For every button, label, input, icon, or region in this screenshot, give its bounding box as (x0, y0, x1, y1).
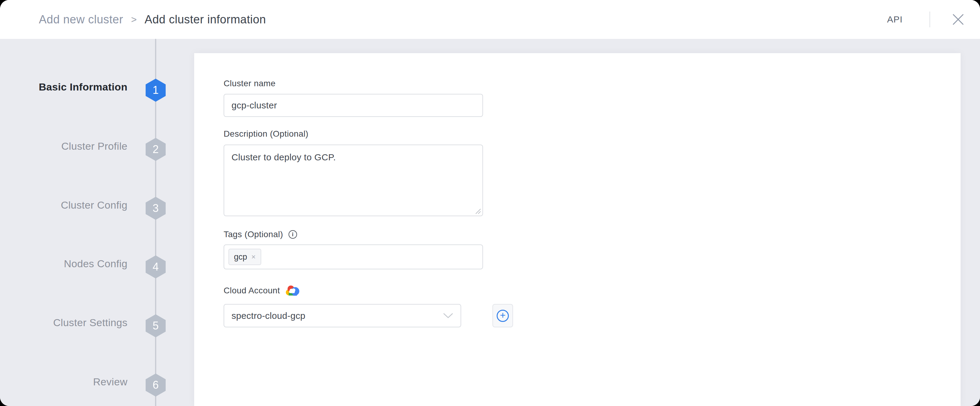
step-number: 2 (153, 143, 159, 156)
step-label: Review (12, 376, 127, 388)
google-cloud-icon (285, 285, 299, 296)
wizard-header: Add new cluster > Add cluster informatio… (0, 0, 980, 39)
add-cluster-wizard-modal: Add new cluster > Add cluster informatio… (0, 0, 980, 406)
step-hexagon-badge: 5 (146, 314, 165, 337)
step-number: 4 (153, 261, 159, 273)
step-label: Nodes Config (12, 258, 127, 270)
cloud-account-label: Cloud Account (224, 286, 280, 296)
header-actions: API (881, 0, 968, 39)
step-hexagon-badge: 3 (146, 197, 165, 220)
cloud-account-selected-value: spectro-cloud-gcp (232, 311, 305, 321)
step-number: 5 (153, 320, 159, 332)
cluster-name-label-row: Cluster name (224, 79, 275, 88)
plus-icon: + (497, 310, 509, 322)
tags-label: Tags (Optional) (224, 230, 283, 239)
breadcrumb-separator: > (131, 14, 137, 25)
description-label-row: Description (Optional) (224, 129, 309, 139)
step-label: Cluster Settings (12, 317, 127, 329)
close-button[interactable] (948, 10, 968, 29)
basic-information-card: Cluster name Description (Optional) Clus… (194, 53, 961, 406)
api-button[interactable]: API (881, 11, 909, 28)
tag-remove-icon[interactable]: × (251, 253, 256, 261)
tags-label-row: Tags (Optional) i (224, 230, 297, 239)
cluster-name-label: Cluster name (224, 79, 275, 88)
tags-input[interactable]: gcp × (224, 245, 483, 269)
tag-chip: gcp × (229, 249, 261, 265)
cloud-account-select[interactable]: spectro-cloud-gcp (224, 304, 461, 327)
step-label: Cluster Profile (12, 140, 127, 152)
step-hexagon-badge: 2 (146, 138, 165, 161)
add-cloud-account-button[interactable]: + (492, 304, 513, 327)
step-label: Basic Information (12, 81, 127, 93)
wizard-body: Basic Information 1 Cluster Profile 2 Cl… (0, 39, 980, 406)
info-icon[interactable]: i (288, 230, 297, 239)
chevron-down-icon (443, 313, 453, 319)
breadcrumb-parent-link[interactable]: Add new cluster (39, 13, 123, 26)
step-number: 1 (153, 84, 159, 97)
step-number: 6 (153, 379, 159, 392)
step-hexagon-badge: 4 (146, 256, 165, 278)
cluster-name-input[interactable] (224, 94, 483, 117)
header-divider (929, 11, 930, 27)
step-hexagon-badge: 6 (146, 374, 165, 396)
step-hexagon-badge: 1 (146, 79, 165, 102)
description-label: Description (Optional) (224, 129, 309, 139)
tag-chip-text: gcp (234, 253, 247, 262)
description-textarea[interactable]: Cluster to deploy to GCP. (224, 145, 483, 216)
cloud-account-label-row: Cloud Account (224, 285, 299, 296)
breadcrumb: Add new cluster > Add cluster informatio… (39, 0, 266, 39)
page-title: Add cluster information (145, 13, 266, 26)
close-icon (951, 13, 965, 26)
step-number: 3 (153, 202, 159, 215)
step-label: Cluster Config (12, 199, 127, 211)
